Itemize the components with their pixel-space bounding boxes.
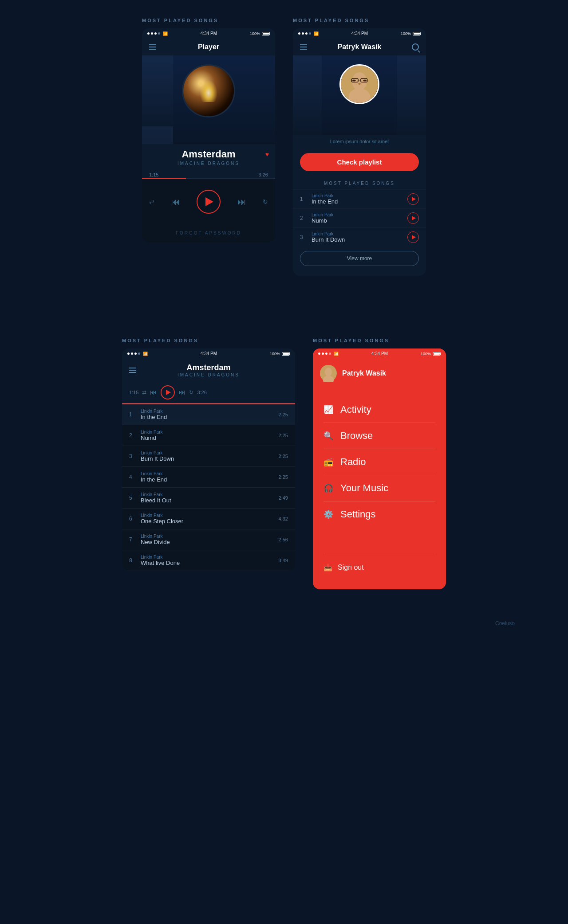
watermark-text: Coeluso bbox=[495, 620, 515, 626]
song-title-1: In the End bbox=[312, 198, 407, 205]
pl-row-3: 3 Linkin Park Burn It Down 2:25 bbox=[122, 446, 295, 467]
menu-item-music[interactable]: 🎧 Your Music bbox=[313, 475, 446, 501]
sign-out-row[interactable]: 📤 Sign out bbox=[313, 554, 446, 580]
time-total: 3:26 bbox=[259, 172, 268, 177]
song-band-2: Linkin Park bbox=[312, 212, 407, 217]
playlist-menu-icon[interactable] bbox=[129, 368, 136, 373]
music-icon: 🎧 bbox=[323, 483, 333, 493]
pl-row-7: 7 Linkin Park New Divide 2:56 bbox=[122, 529, 295, 550]
song-artist: IMACINE DRAGONS bbox=[142, 161, 275, 166]
lorem-text: Lorem ipsum dolor sit amet bbox=[293, 135, 426, 148]
album-bg bbox=[142, 55, 275, 144]
repeat-button[interactable]: ↻ bbox=[263, 198, 268, 205]
status-time-4: 4:34 PM bbox=[371, 351, 388, 356]
profile-menu-icon[interactable] bbox=[300, 44, 307, 50]
mini-play-button[interactable] bbox=[161, 385, 175, 399]
prev-button[interactable]: ⏮ bbox=[171, 197, 180, 207]
song-details-3: Linkin Park Burn It Down bbox=[312, 231, 407, 243]
radio-label: Radio bbox=[340, 456, 366, 468]
song-row-1: 1 Linkin Park In the End bbox=[293, 189, 426, 208]
menu-items-area: 📈 Activity 🔍 Browse 📻 Radio bbox=[313, 388, 446, 589]
song-play-3[interactable] bbox=[407, 231, 419, 243]
song-title-2: Numb bbox=[312, 217, 407, 224]
bg-right bbox=[397, 55, 426, 135]
menu-item-radio[interactable]: 📻 Radio bbox=[313, 449, 446, 475]
battery-pct-2: 100% bbox=[401, 31, 411, 36]
progress-bar[interactable] bbox=[142, 178, 275, 179]
settings-label: Settings bbox=[340, 509, 376, 520]
status-bar-4: 📶 4:34 PM 100% bbox=[313, 348, 446, 359]
profile-bg bbox=[293, 55, 426, 135]
browse-label: Browse bbox=[340, 430, 373, 442]
controls-row: ⇄ ⏮ ⏭ ↻ bbox=[149, 186, 268, 217]
mini-next[interactable]: ⏭ bbox=[178, 388, 185, 396]
heart-button[interactable]: ♥ bbox=[265, 151, 269, 158]
song-row-2: 2 Linkin Park Numb bbox=[293, 208, 426, 227]
view-more-button[interactable]: View more bbox=[300, 251, 419, 266]
battery-icon-3 bbox=[282, 352, 290, 356]
mini-shuffle[interactable]: ⇄ bbox=[142, 389, 146, 395]
song-play-1[interactable] bbox=[407, 193, 419, 205]
shuffle-button[interactable]: ⇄ bbox=[149, 198, 154, 205]
search-icon[interactable] bbox=[412, 43, 419, 51]
time-current: 1:15 bbox=[149, 172, 158, 177]
song-name: Amsterdam bbox=[181, 149, 235, 160]
svg-rect-4 bbox=[363, 80, 366, 82]
menu-item-settings[interactable]: ⚙️ Settings bbox=[313, 501, 446, 527]
menu-avatar bbox=[320, 365, 337, 382]
music-label: Your Music bbox=[340, 482, 388, 494]
signal-dot-2 bbox=[151, 32, 153, 35]
songs-section-title: MOST PLAYED SONGS bbox=[293, 181, 426, 186]
radio-icon: 📻 bbox=[323, 457, 333, 467]
controls-area: ⇄ ⏮ ⏭ ↻ bbox=[142, 179, 275, 224]
menu-user-row: Patryk Wasik bbox=[313, 359, 446, 388]
watermark-row: Coeluso bbox=[27, 616, 541, 631]
phone-player: 📶 4:34 PM 100% Player bbox=[142, 28, 275, 243]
section-label-4: MOST PLAYED SONGS bbox=[313, 338, 446, 343]
svg-point-5 bbox=[358, 83, 361, 85]
wifi-icon-3: 📶 bbox=[143, 352, 148, 356]
profile-header: Patryk Wasik bbox=[293, 39, 426, 55]
activity-icon: 📈 bbox=[323, 405, 333, 415]
battery-pct-4: 100% bbox=[421, 352, 431, 356]
album-art bbox=[182, 64, 235, 117]
mini-prev[interactable]: ⏮ bbox=[150, 388, 157, 396]
phone-menu: 📶 4:34 PM 100% bbox=[313, 348, 446, 589]
sign-out-label: Sign out bbox=[338, 564, 364, 572]
song-info: Amsterdam ♥ IMACINE DRAGONS bbox=[142, 144, 275, 168]
browse-icon: 🔍 bbox=[323, 431, 333, 441]
svg-rect-3 bbox=[352, 80, 355, 82]
sign-out-icon: 📤 bbox=[323, 563, 332, 572]
menu-icon[interactable] bbox=[149, 44, 156, 50]
mini-repeat[interactable]: ↻ bbox=[189, 389, 193, 395]
section-label-3: MOST PLAYED SONGS bbox=[122, 338, 295, 343]
song-play-2[interactable] bbox=[407, 212, 419, 224]
song-details-2: Linkin Park Numb bbox=[312, 212, 407, 224]
bg-figure-left bbox=[142, 55, 173, 126]
pl-row-4: 4 Linkin Park In the End 2:25 bbox=[122, 467, 295, 488]
avatar-img bbox=[341, 66, 378, 103]
mini-controls: 1:15 ⇄ ⏮ ⏭ ↻ 3:26 bbox=[122, 382, 295, 404]
battery-pct-1: 100% bbox=[250, 31, 260, 36]
forgot-text[interactable]: FORGOT APSSWORD bbox=[142, 224, 275, 243]
songs-section: MOST PLAYED SONGS 1 Linkin Park In the E… bbox=[293, 176, 426, 276]
phone-profile: 📶 4:34 PM 100% Patryk Wasik bbox=[293, 28, 426, 276]
song-band-1: Linkin Park bbox=[312, 193, 407, 198]
profile-name: Patryk Wasik bbox=[337, 43, 381, 51]
battery-icon-4 bbox=[433, 352, 441, 356]
pl-row-8: 8 Linkin Park What live Done 3:49 bbox=[122, 550, 295, 571]
check-playlist-button[interactable]: Check playlist bbox=[300, 153, 419, 171]
menu-item-browse[interactable]: 🔍 Browse bbox=[313, 423, 446, 449]
section-label-2: MOST PLAYED SONGS bbox=[293, 18, 426, 23]
wifi-icon-4: 📶 bbox=[334, 352, 339, 356]
next-button[interactable]: ⏭ bbox=[237, 197, 246, 207]
song-num-2: 2 bbox=[300, 215, 307, 221]
section-label-1: MOST PLAYED SONGS bbox=[142, 18, 275, 23]
progress-row: 1:15 3:26 bbox=[142, 168, 275, 179]
menu-item-activity[interactable]: 📈 Activity bbox=[313, 397, 446, 423]
play-icon bbox=[205, 197, 213, 206]
avatar bbox=[339, 64, 379, 104]
play-button[interactable] bbox=[197, 190, 221, 214]
pl-row-5: 5 Linkin Park Bleed It Out 2:49 bbox=[122, 488, 295, 509]
song-band-3: Linkin Park bbox=[312, 231, 407, 236]
